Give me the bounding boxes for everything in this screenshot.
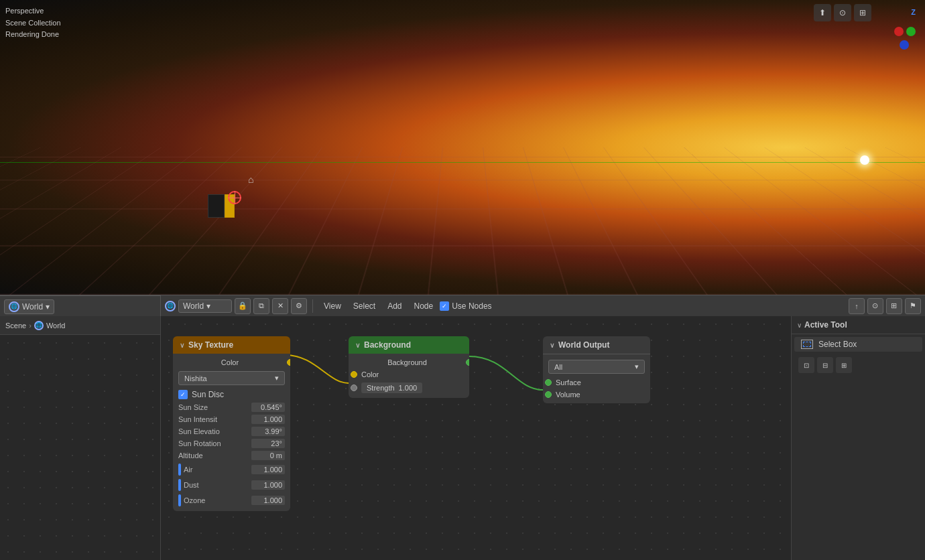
sky-texture-collapse[interactable]: ∨: [180, 342, 184, 349]
camera-tool-icon[interactable]: ⊙: [867, 298, 883, 314]
bg-color-socket[interactable]: [351, 371, 357, 378]
tool-icon-1[interactable]: ⊡: [798, 357, 814, 373]
duplicate-icon[interactable]: ⧉: [253, 298, 269, 314]
grid-overlay: [0, 147, 925, 295]
viewport-tool-btn-2[interactable]: ⊙: [834, 4, 851, 21]
main-node-canvas[interactable]: ∨ Sky Texture Color Nishita ▾: [161, 316, 791, 560]
dust-indicator: [178, 479, 181, 491]
breadcrumb-chevron: ›: [29, 322, 32, 330]
dust-value[interactable]: 1.000: [251, 480, 285, 490]
select-box-icon: [801, 340, 813, 349]
air-indicator: [178, 464, 181, 476]
color-output-socket[interactable]: [287, 359, 290, 366]
sun-rotation-row: Sun Rotation 23°: [173, 437, 290, 449]
air-row: Air 1.000: [176, 462, 288, 477]
breadcrumb-world-icon: 🌐: [34, 321, 44, 330]
sun-elevation-label: Sun Elevatio: [178, 427, 251, 435]
surface-socket[interactable]: [545, 379, 552, 386]
air-value[interactable]: 1.000: [251, 465, 285, 474]
volume-label: Volume: [556, 391, 580, 399]
strength-value: 1.000: [399, 384, 418, 392]
use-nodes-label: Use Nodes: [452, 301, 491, 311]
left-node-canvas[interactable]: [0, 335, 160, 560]
select-btn[interactable]: Select: [348, 299, 381, 313]
background-output-socket[interactable]: [466, 359, 469, 366]
tool-icon-3[interactable]: ⊞: [836, 357, 852, 373]
left-toolbar: 🌐 World ▾: [0, 295, 161, 317]
nishita-dropdown[interactable]: Nishita ▾: [178, 371, 285, 385]
node-world-dropdown[interactable]: World ▾: [178, 299, 232, 313]
background-output-label: Background: [387, 358, 427, 366]
sun-intensity-value[interactable]: 1.000: [251, 415, 285, 424]
node-btn[interactable]: Node: [409, 299, 439, 313]
all-dropdown[interactable]: All ▾: [548, 360, 645, 374]
axis-widget: Z: [878, 8, 918, 48]
dust-row: Dust 1.000: [176, 478, 288, 492]
background-collapse[interactable]: ∨: [355, 342, 360, 349]
sky-texture-body: Color Nishita ▾ ✓ Sun Disc S: [173, 354, 290, 511]
background-body: Background Color Strength 1.000: [349, 354, 469, 398]
cube-black-face: [208, 194, 225, 218]
strength-label: Strength: [367, 384, 395, 392]
viewport-tool-btn-1[interactable]: ⬆: [814, 4, 831, 21]
active-tool-header: ∨ Active Tool: [792, 316, 925, 334]
world-dropdown[interactable]: 🌐 World ▾: [4, 299, 54, 314]
viewport-3d[interactable]: ⌂ Perspective Scene Collection Rendering…: [0, 0, 925, 295]
surface-label: Surface: [556, 378, 581, 387]
sun-size-label: Sun Size: [178, 403, 251, 411]
viewport-info: Perspective Scene Collection Rendering D…: [5, 5, 61, 41]
ozone-value[interactable]: 1.000: [251, 496, 285, 505]
pin-icon[interactable]: 🔒: [235, 298, 251, 314]
sun-disc-checkbox[interactable]: ✓: [178, 390, 188, 399]
sun-intensity-label: Sun Intensit: [178, 415, 251, 423]
ozone-indicator: [178, 494, 181, 506]
tool-icon-2[interactable]: ⊟: [817, 357, 833, 373]
node-world-arrow: ▾: [206, 301, 210, 311]
toolbar-divider-1: [312, 299, 313, 313]
add-btn[interactable]: Add: [382, 299, 407, 313]
sun-disc-label: Sun Disc: [192, 390, 224, 399]
node-world-icon: 🌐: [165, 301, 176, 311]
left-panel: Scene › 🌐 World: [0, 316, 161, 560]
use-nodes-toggle[interactable]: ✓ Use Nodes: [440, 301, 491, 311]
volume-input-row: Volume: [543, 389, 650, 401]
scene-breadcrumb: Scene: [5, 322, 26, 330]
breadcrumb: Scene › 🌐 World: [0, 316, 160, 335]
ozone-label: Ozone: [184, 496, 251, 504]
volume-socket[interactable]: [545, 391, 552, 398]
grid-tool-icon[interactable]: ⊞: [886, 298, 902, 314]
select-box-label: Select Box: [818, 340, 857, 349]
all-arrow: ▾: [635, 362, 639, 371]
world-output-collapse[interactable]: ∨: [550, 342, 554, 349]
world-output-header: ∨ World Output: [543, 336, 650, 354]
altitude-value[interactable]: 0 m: [251, 451, 285, 460]
world-dropdown-arrow: ▾: [46, 302, 50, 311]
up-icon[interactable]: ↑: [849, 298, 865, 314]
sun-elevation-value[interactable]: 3.99°: [251, 427, 285, 436]
node-editor: 🌐 World ▾ 🌐 World ▾ 🔒 ⧉ ✕ ⚙ View Select …: [0, 295, 925, 560]
node-world-label: World: [183, 301, 204, 311]
viewport-tools: ⬆ ⊙ ⊞: [814, 4, 871, 21]
active-tool-label: Active Tool: [804, 320, 847, 330]
strength-row: Strength 1.000: [349, 380, 469, 395]
node-toolbar-right: ↑ ⊙ ⊞ ⚑: [849, 298, 921, 314]
active-tool-collapse[interactable]: ∨: [797, 322, 802, 329]
axis-y-dot: [906, 27, 916, 36]
background-node: ∨ Background Background Color: [349, 336, 469, 398]
altitude-label: Altitude: [178, 451, 251, 460]
sun-rotation-value[interactable]: 23°: [251, 439, 285, 448]
sky-texture-title: Sky Texture: [188, 340, 233, 350]
sun-size-value[interactable]: 0.545°: [251, 403, 285, 412]
world-dropdown-label: World: [22, 302, 43, 311]
view-btn[interactable]: View: [318, 299, 347, 313]
select-box-item[interactable]: Select Box: [794, 337, 922, 352]
projection-label: Perspective: [5, 5, 61, 17]
viewport-tool-btn-3[interactable]: ⊞: [854, 4, 871, 21]
node-editor-toolbar: 🌐 World ▾ 🔒 ⧉ ✕ ⚙ View Select Add Node ✓…: [161, 295, 925, 316]
extra-tool-icon[interactable]: ⚑: [905, 298, 921, 314]
settings-icon[interactable]: ⚙: [291, 298, 307, 314]
strength-field[interactable]: Strength 1.000: [361, 382, 422, 393]
close-icon[interactable]: ✕: [272, 298, 288, 314]
node-content: Scene › 🌐 World: [0, 316, 925, 560]
strength-socket[interactable]: [351, 384, 357, 391]
